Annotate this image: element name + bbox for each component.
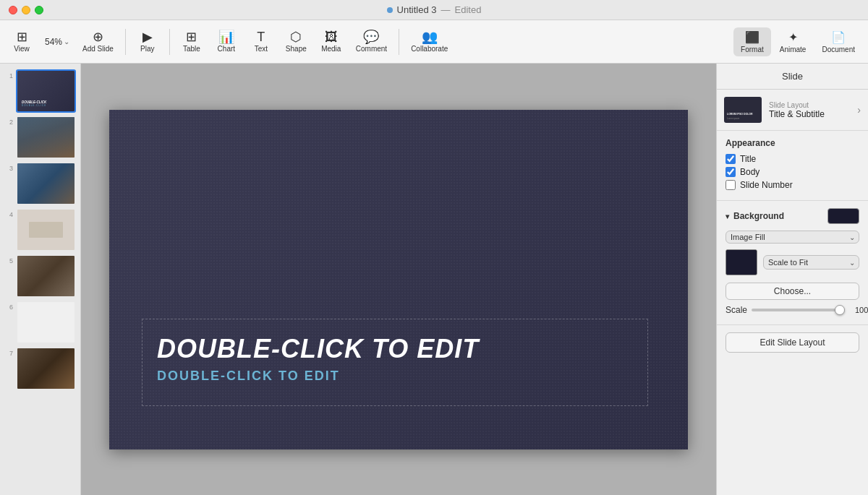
- toolbar: ⊞ View 54% ⌄ ⊕ Add Slide ▶ Play ⊞ Table …: [0, 20, 868, 64]
- media-button[interactable]: 🖼 Media: [315, 27, 347, 56]
- body-checkbox-label: Body: [740, 167, 760, 177]
- right-panel: Slide LOREM IPSO DOLOR Lorem ipsum Slide…: [716, 64, 868, 495]
- shape-button[interactable]: ⬡ Shape: [280, 27, 312, 56]
- close-button[interactable]: [9, 6, 17, 14]
- slide-thumbnail-3[interactable]: 3: [4, 162, 76, 205]
- comment-icon: 💬: [363, 30, 379, 43]
- animate-tab-button[interactable]: ✦ Animate: [773, 27, 814, 56]
- background-color-swatch[interactable]: [827, 208, 859, 224]
- slide-thumbnail-6[interactable]: 6: [4, 301, 76, 344]
- slide-panel: 1 DOUBLE-CLICK DOUBLE-CLICK 2: [0, 64, 81, 495]
- play-button[interactable]: ▶ Play: [132, 27, 163, 56]
- collaborate-icon: 👥: [422, 30, 438, 43]
- slide-number-4: 4: [4, 208, 13, 218]
- maximize-button[interactable]: [35, 6, 43, 14]
- slide-preview-7: [17, 348, 75, 389]
- scale-to-fit-select[interactable]: Scale to Fit: [763, 255, 859, 270]
- scale-row: Scale 100% ▲ ▼: [726, 303, 859, 317]
- slide-preview-6: [17, 302, 75, 343]
- collaborate-label: Collaborate: [411, 45, 448, 53]
- slide-layout-name: Title & Subtitle: [769, 109, 850, 119]
- separator-1: [125, 29, 126, 55]
- slide-image-6[interactable]: [16, 301, 76, 344]
- slide-canvas[interactable]: DOUBLE-CLICK TO EDIT DOUBLE-CLICK TO EDI…: [109, 110, 688, 449]
- slide-number-5: 5: [4, 254, 13, 264]
- table-icon: ⊞: [186, 30, 197, 43]
- slide-preview-5: [17, 256, 75, 296]
- format-tab-button[interactable]: ⬛ Format: [733, 27, 771, 56]
- choose-button[interactable]: Choose...: [726, 283, 859, 300]
- slide-image-4[interactable]: [16, 208, 76, 251]
- collaborate-button[interactable]: 👥 Collaborate: [405, 27, 454, 56]
- slide-thumbnail-5[interactable]: 5: [4, 254, 76, 298]
- media-label: Media: [321, 45, 341, 53]
- animate-icon: ✦: [788, 30, 798, 44]
- panel-title: Slide: [782, 71, 803, 82]
- slide-thumbnail-1[interactable]: 1 DOUBLE-CLICK DOUBLE-CLICK: [4, 69, 76, 113]
- title-checkbox-label: Title: [740, 154, 756, 164]
- body-checkbox-row: Body: [726, 167, 859, 177]
- background-collapse-icon[interactable]: ▾: [726, 212, 729, 220]
- slide-thumbnail-2[interactable]: 2: [4, 116, 76, 159]
- title-checkbox[interactable]: [726, 154, 736, 164]
- image-fill-dropdown-wrapper[interactable]: Image Fill: [726, 230, 859, 244]
- canvas-area[interactable]: DOUBLE-CLICK TO EDIT DOUBLE-CLICK TO EDI…: [81, 64, 716, 495]
- slide-thumbnail-7[interactable]: 7: [4, 347, 76, 390]
- slide-layout-info: Slide Layout Title & Subtitle: [769, 101, 850, 119]
- title-dot-icon: [387, 7, 393, 13]
- separator-3: [399, 29, 399, 55]
- slide-number-1: 1: [4, 69, 13, 79]
- slide-layout-row[interactable]: LOREM IPSO DOLOR Lorem ipsum Slide Layou…: [724, 97, 861, 123]
- scale-slider-wrapper: 100% ▲ ▼: [752, 303, 868, 317]
- slide-preview-4: [17, 210, 75, 250]
- slide-image-2[interactable]: [16, 116, 76, 159]
- background-section: ▾ Background Image Fill: [717, 201, 868, 325]
- add-slide-button[interactable]: ⊕ Add Slide: [77, 27, 119, 56]
- comment-button[interactable]: 💬 Comment: [350, 27, 393, 56]
- slide-image-1[interactable]: DOUBLE-CLICK DOUBLE-CLICK: [16, 69, 76, 113]
- slide-image-5[interactable]: [16, 254, 76, 298]
- media-icon: 🖼: [325, 30, 338, 43]
- scale-dropdown-wrapper[interactable]: Scale to Fit: [763, 255, 859, 270]
- table-label: Table: [183, 45, 200, 53]
- play-label: Play: [140, 45, 154, 53]
- chart-button[interactable]: 📊 Chart: [210, 27, 242, 56]
- slide-content-box[interactable]: DOUBLE-CLICK TO EDIT DOUBLE-CLICK TO EDI…: [142, 319, 648, 406]
- text-button[interactable]: T Text: [245, 27, 277, 56]
- traffic-lights: [9, 6, 43, 14]
- format-tabs: ⬛ Format ✦ Animate 📄 Document: [733, 27, 862, 56]
- edit-layout-button[interactable]: Edit Slide Layout: [726, 332, 859, 353]
- scale-value: 100%: [849, 306, 868, 314]
- slide-number-6: 6: [4, 301, 13, 311]
- slide-thumbnail-4[interactable]: 4: [4, 208, 76, 251]
- chart-label: Chart: [218, 45, 235, 53]
- animate-tab-label: Animate: [780, 46, 807, 53]
- document-icon: 📄: [831, 30, 846, 44]
- body-checkbox[interactable]: [726, 167, 736, 177]
- main-content: 1 DOUBLE-CLICK DOUBLE-CLICK 2: [0, 64, 868, 495]
- table-button[interactable]: ⊞ Table: [176, 27, 208, 56]
- comment-label: Comment: [356, 45, 387, 53]
- view-button[interactable]: ⊞ View: [6, 27, 38, 56]
- separator-2: [169, 29, 170, 55]
- slide-title[interactable]: DOUBLE-CLICK TO EDIT: [157, 334, 633, 364]
- image-scale-row: Scale to Fit: [726, 249, 859, 275]
- document-tab-button[interactable]: 📄 Document: [814, 27, 862, 56]
- format-tab-label: Format: [741, 46, 764, 53]
- shape-label: Shape: [286, 45, 307, 53]
- zoom-control[interactable]: 54% ⌄: [41, 34, 74, 50]
- slide-number-checkbox[interactable]: [726, 180, 736, 190]
- panel-header: Slide: [717, 64, 868, 90]
- image-preview: [726, 249, 757, 275]
- document-tab-label: Document: [822, 46, 855, 53]
- image-fill-select[interactable]: Image Fill: [726, 231, 859, 244]
- view-icon: ⊞: [17, 30, 27, 43]
- slide-image-7[interactable]: [16, 347, 76, 390]
- minimize-button[interactable]: [22, 6, 30, 14]
- slide-layout-chevron-icon[interactable]: ›: [857, 104, 861, 116]
- slide-image-3[interactable]: [16, 162, 76, 205]
- shape-icon: ⬡: [290, 30, 302, 43]
- slide-subtitle[interactable]: DOUBLE-CLICK TO EDIT: [157, 369, 633, 384]
- scale-slider[interactable]: [752, 309, 845, 311]
- appearance-section: Appearance Title Body Slide Number: [717, 131, 868, 201]
